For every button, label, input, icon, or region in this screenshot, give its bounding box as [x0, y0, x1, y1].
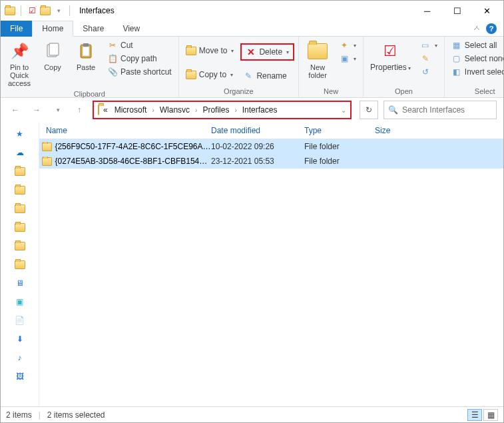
- tab-file[interactable]: File: [1, 21, 32, 37]
- group-label: Organize: [183, 86, 294, 97]
- rename-icon: ✎: [243, 71, 254, 81]
- folder-icon[interactable]: [13, 220, 27, 234]
- quick-access-icon[interactable]: ★: [13, 127, 27, 141]
- 3d-objects-icon[interactable]: ▣: [13, 295, 27, 308]
- recent-locations-button[interactable]: ▾: [50, 102, 66, 118]
- select-all-button[interactable]: ▦Select all: [449, 39, 504, 51]
- nav-tree[interactable]: ★ ☁ 🖥 ▣ 📄 ⬇ ♪ 🖼: [1, 122, 39, 406]
- thumbnails-view-button[interactable]: ▦: [483, 409, 498, 421]
- onedrive-icon[interactable]: ☁: [13, 146, 27, 159]
- this-pc-icon[interactable]: 🖥: [13, 276, 27, 290]
- pin-to-quick-access-button[interactable]: 📌 Pin to Quick access: [5, 39, 34, 89]
- paste-shortcut-button[interactable]: 📎Paste shortcut: [105, 66, 174, 78]
- folder-icon[interactable]: [13, 202, 27, 215]
- chevron-right-icon[interactable]: ›: [150, 107, 155, 114]
- folder-icon[interactable]: [13, 165, 27, 178]
- group-select: ▦Select all ▢Select none ◧Invert selecti…: [445, 37, 504, 97]
- tab-share[interactable]: Share: [73, 21, 113, 37]
- nav-bar: ← → ▾ ↑ « Microsoft› Wlansvc› Profiles› …: [1, 98, 503, 122]
- cut-button[interactable]: ✂Cut: [105, 39, 174, 51]
- item-count: 2 items: [6, 410, 32, 420]
- folder-icon: [186, 69, 196, 80]
- refresh-button[interactable]: ↻: [360, 101, 378, 119]
- delete-button[interactable]: ✕Delete▾: [240, 43, 294, 61]
- history-icon: ↺: [420, 67, 431, 77]
- documents-icon[interactable]: 📄: [13, 314, 27, 327]
- folder-icon: [186, 45, 196, 56]
- chevron-right-icon[interactable]: ›: [194, 107, 198, 114]
- chevron-right-icon[interactable]: ›: [233, 107, 238, 114]
- open-icon: ▭: [420, 40, 431, 51]
- rename-button[interactable]: ✎Rename: [240, 70, 294, 82]
- back-button[interactable]: ←: [7, 102, 23, 118]
- list-item[interactable]: {0274E5AB-3D58-46CE-8BF1-CBFB154CE... 23…: [39, 154, 503, 169]
- downloads-icon[interactable]: ⬇: [13, 332, 27, 346]
- breadcrumb: « Microsoft› Wlansvc› Profiles› Interfac…: [101, 104, 280, 116]
- col-name[interactable]: Name: [39, 126, 211, 135]
- breadcrumb-item[interactable]: Wlansvc: [157, 104, 192, 116]
- qat-properties-icon[interactable]: ☑: [27, 5, 37, 16]
- open-button[interactable]: ▭▾: [417, 39, 440, 51]
- paste-shortcut-icon: 📎: [107, 67, 118, 77]
- folder-icon[interactable]: [13, 183, 27, 197]
- folder-icon: [5, 5, 15, 16]
- invert-selection-icon: ◧: [451, 67, 462, 77]
- copy-icon: [42, 41, 63, 62]
- col-size[interactable]: Size: [375, 126, 441, 135]
- help-icon[interactable]: ?: [486, 23, 497, 34]
- qat-dropdown-icon[interactable]: ▾: [53, 5, 64, 16]
- breadcrumb-item[interactable]: Profiles: [200, 104, 232, 116]
- edit-button[interactable]: ✎: [417, 53, 440, 65]
- folder-icon[interactable]: [13, 239, 27, 252]
- select-all-icon: ▦: [451, 40, 462, 51]
- select-none-icon: ▢: [451, 53, 462, 64]
- svg-rect-4: [83, 43, 89, 47]
- new-item-button[interactable]: ✦▾: [336, 39, 359, 51]
- move-to-button[interactable]: Move to▾: [183, 45, 237, 57]
- minimize-button[interactable]: ─: [412, 1, 442, 21]
- breadcrumb-item[interactable]: Microsoft: [112, 104, 150, 116]
- easy-access-icon: ▣: [339, 53, 350, 64]
- copy-button[interactable]: Copy: [38, 39, 67, 89]
- ribbon: 📌 Pin to Quick access Copy Paste ✂Cut 📋C…: [1, 37, 503, 98]
- new-folder-icon: [307, 41, 328, 62]
- col-type[interactable]: Type: [304, 126, 375, 135]
- search-input[interactable]: [402, 105, 492, 115]
- status-bar: 2 items | 2 items selected ☰ ▦: [1, 406, 503, 422]
- pictures-icon[interactable]: 🖼: [13, 370, 27, 383]
- paste-button[interactable]: Paste: [71, 39, 101, 89]
- list-item[interactable]: {256F9C50-17F7-4A2E-8C6C-1F5CE96A53... 1…: [39, 139, 503, 154]
- up-button[interactable]: ↑: [71, 102, 87, 118]
- music-icon[interactable]: ♪: [13, 351, 27, 364]
- maximize-button[interactable]: ☐: [442, 1, 472, 21]
- address-bar[interactable]: « Microsoft› Wlansvc› Profiles› Interfac…: [93, 101, 352, 119]
- folder-icon: [40, 5, 51, 16]
- breadcrumb-item[interactable]: Interfaces: [240, 104, 280, 116]
- svg-rect-3: [83, 47, 89, 56]
- svg-rect-1: [49, 43, 59, 55]
- collapse-ribbon-icon[interactable]: ㅅ: [473, 23, 481, 34]
- details-view-button[interactable]: ☰: [467, 409, 482, 421]
- invert-selection-button[interactable]: ◧Invert selection: [449, 66, 504, 78]
- address-dropdown-icon[interactable]: ⌄: [341, 107, 346, 114]
- folder-icon: [42, 157, 52, 166]
- select-none-button[interactable]: ▢Select none: [449, 53, 504, 65]
- col-date[interactable]: Date modified: [211, 126, 304, 135]
- scissors-icon: ✂: [107, 40, 118, 51]
- history-button[interactable]: ↺: [417, 66, 440, 78]
- tab-view[interactable]: View: [113, 21, 149, 37]
- tab-home[interactable]: Home: [32, 21, 73, 37]
- copy-path-button[interactable]: 📋Copy path: [105, 53, 174, 65]
- close-button[interactable]: ✕: [472, 1, 502, 21]
- forward-button[interactable]: →: [29, 102, 45, 118]
- easy-access-button[interactable]: ▣▾: [336, 53, 359, 65]
- copy-to-button[interactable]: Copy to▾: [183, 69, 237, 81]
- selection-count: 2 items selected: [47, 410, 105, 420]
- folder-icon[interactable]: [13, 258, 27, 271]
- new-folder-button[interactable]: New folder: [303, 39, 332, 86]
- search-box[interactable]: 🔍: [383, 101, 497, 119]
- edit-icon: ✎: [420, 53, 431, 64]
- delete-icon: ✕: [246, 47, 256, 57]
- folder-icon: [42, 143, 52, 151]
- properties-button[interactable]: ☑ Properties▾: [368, 39, 413, 86]
